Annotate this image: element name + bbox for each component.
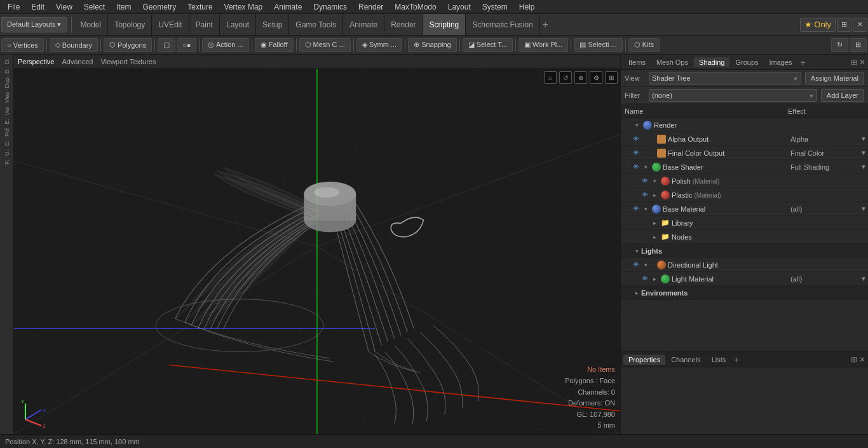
eye-final-color[interactable]: 👁 [631, 148, 641, 158]
eye-alpha-output[interactable]: 👁 [631, 134, 641, 144]
arr-render[interactable]: ▾ [632, 122, 641, 128]
arr-base-shader[interactable]: ▾ [641, 164, 650, 170]
menu-item[interactable]: Item [111, 1, 136, 13]
shader-row-polish[interactable]: 👁 ▾ Polish (Material) [621, 174, 868, 188]
sidebar-label-d1[interactable]: D: [4, 57, 10, 65]
layout-dropdown[interactable]: Default Layouts ▾ [1, 17, 67, 32]
dots-button[interactable]: ○● [177, 38, 196, 52]
sidebar-label-mes[interactable]: Mes [4, 91, 10, 104]
select-tool-button[interactable]: ◪ Select T... [463, 38, 513, 52]
effect-light-material-dropdown[interactable]: ▼ [860, 275, 867, 282]
snapping-button[interactable]: ⊕ Snapping [408, 38, 457, 52]
eye-polish[interactable]: 👁 [640, 176, 650, 186]
arr-nodes[interactable]: ▸ [650, 234, 659, 240]
close-button[interactable]: ✕ [853, 18, 867, 32]
tab-game-tools[interactable]: Game Tools [289, 14, 343, 35]
rp-tab-groups[interactable]: Groups [730, 57, 763, 67]
add-layer-button[interactable]: Add Layer [821, 89, 864, 102]
sidebar-label-dup[interactable]: Dup [4, 76, 10, 90]
sidebar-label-e[interactable]: E: [4, 118, 10, 126]
shader-row-library[interactable]: ▸ 📁 Library [621, 216, 868, 230]
symmetry-button[interactable]: ◈ Symm ... [356, 38, 402, 52]
mesh-button[interactable]: ⬡ Mesh C ... [299, 38, 351, 52]
menu-view[interactable]: View [51, 1, 78, 13]
tab-setup[interactable]: Setup [256, 14, 289, 35]
tab-uvedit[interactable]: UVEdit [152, 14, 189, 35]
rp-tab-mesh-ops[interactable]: Mesh Ops [651, 57, 693, 67]
shader-row-nodes[interactable]: ▸ 📁 Nodes [621, 230, 868, 244]
shader-row-plastic[interactable]: 👁 ▸ Plastic (Material) [621, 188, 868, 202]
sidebar-label-u[interactable]: U: [4, 149, 10, 157]
add-tab-button[interactable]: + [540, 19, 551, 31]
menu-edit[interactable]: Edit [26, 1, 50, 13]
viewport-home-btn[interactable]: ⌂ [544, 71, 557, 84]
action-button[interactable]: ◎ Action ... [202, 38, 248, 52]
falloff-button[interactable]: ◉ Falloff [255, 38, 294, 52]
effect-base-material-dropdown[interactable]: ▼ [860, 205, 867, 212]
effect-base-shader-dropdown[interactable]: ▼ [860, 163, 867, 170]
sidebar-label-f[interactable]: F: [4, 158, 10, 166]
menu-dynamics[interactable]: Dynamics [308, 1, 352, 13]
effect-alpha-dropdown[interactable]: ▼ [860, 135, 867, 142]
tab-animate[interactable]: Animate [343, 14, 384, 35]
shader-row-lights-section[interactable]: ▾ Lights [621, 244, 868, 258]
menu-file[interactable]: File [3, 1, 25, 13]
bp-tab-channels[interactable]: Channels [666, 355, 705, 365]
rp-tab-shading[interactable]: Shading [694, 57, 729, 67]
eye-light-material[interactable]: 👁 [640, 274, 650, 284]
menu-system[interactable]: System [477, 1, 513, 13]
bp-tab-lists[interactable]: Lists [707, 355, 731, 365]
selection-button[interactable]: ▤ Selecti ... [574, 38, 622, 52]
eye-base-material[interactable]: 👁 [631, 204, 641, 214]
sidebar-label-c[interactable]: C: [4, 139, 10, 147]
menu-texture[interactable]: Texture [182, 1, 217, 13]
menu-render[interactable]: Render [353, 1, 388, 13]
tab-model[interactable]: Model [74, 14, 109, 35]
polygons-button[interactable]: ⬡ Polygons [104, 38, 152, 52]
rp-tab-items[interactable]: Items [623, 57, 651, 67]
eye-plastic[interactable]: 👁 [640, 190, 650, 200]
viewport-settings-btn[interactable]: ⚙ [590, 71, 602, 84]
menu-geometry[interactable]: Geometry [138, 1, 182, 13]
arr-light-material[interactable]: ▸ [650, 276, 659, 282]
menu-vertex-map[interactable]: Vertex Map [219, 1, 268, 13]
effect-final-color-dropdown[interactable]: ▼ [860, 149, 867, 156]
tab-layout[interactable]: Layout [220, 14, 256, 35]
menu-layout[interactable]: Layout [443, 1, 476, 13]
arr-lights[interactable]: ▾ [632, 248, 641, 254]
arr-plastic[interactable]: ▸ [650, 192, 659, 198]
shader-row-light-material[interactable]: 👁 ▸ Light Material (all) ▼ [621, 272, 868, 286]
menu-maxtomodo[interactable]: MaxToModo [390, 1, 441, 13]
arr-directional-light[interactable]: ▾ [641, 262, 650, 268]
shader-row-final-color[interactable]: 👁 Final Color Output Final Color ▼ [621, 146, 868, 160]
sidebar-label-d2[interactable]: D: [4, 67, 10, 75]
add-right-tab-button[interactable]: + [798, 57, 808, 67]
viewport-maximize-btn[interactable]: ⊞ [605, 71, 618, 84]
viewport-tab-advanced[interactable]: Advanced [62, 58, 93, 65]
bp-tab-properties[interactable]: Properties [623, 355, 665, 365]
vertices-button[interactable]: ○ ○ Vertices Vertices [1, 38, 44, 52]
element-button[interactable]: ▢ [158, 38, 175, 52]
tab-scripting[interactable]: Scripting [423, 14, 466, 35]
arr-base-material[interactable]: ▾ [641, 206, 650, 212]
viewport-rotate-btn[interactable]: ↺ [559, 71, 572, 84]
kits-button[interactable]: ⬡ Kits [628, 38, 660, 52]
shader-row-render[interactable]: ▾ Render [621, 118, 868, 132]
star-only-button[interactable]: ★ Only [800, 18, 836, 32]
add-bp-tab-button[interactable]: + [731, 355, 742, 365]
sidebar-label-ver[interactable]: Ver [4, 105, 10, 117]
bottom-panel-expand[interactable]: ⊞ ✕ [851, 355, 865, 364]
workplane-button[interactable]: ▣ Work Pl... [519, 38, 569, 52]
right-panel-expand[interactable]: ⊞ ✕ [851, 58, 865, 67]
arr-environments[interactable]: ▸ [632, 290, 641, 296]
shader-row-base-material[interactable]: 👁 ▾ Base Material (all) ▼ [621, 202, 868, 216]
eye-render[interactable] [622, 120, 632, 130]
sidebar-label-pol[interactable]: Pol [4, 127, 10, 138]
boundary-button[interactable]: ◇ Boundary [50, 38, 98, 52]
layout-grid-button[interactable]: ⊞ [837, 18, 851, 32]
viewport-canvas[interactable]: ⌂ ↺ ⊕ ⚙ ⊞ X Z Y No Items Po [14, 69, 620, 434]
shader-row-base-shader[interactable]: 👁 ▾ Base Shader Full Shading ▼ [621, 160, 868, 174]
viewport-zoom-btn[interactable]: ⊕ [574, 71, 587, 84]
viewport-expand-btn[interactable]: ⊞ [850, 38, 867, 52]
menu-help[interactable]: Help [514, 1, 540, 13]
